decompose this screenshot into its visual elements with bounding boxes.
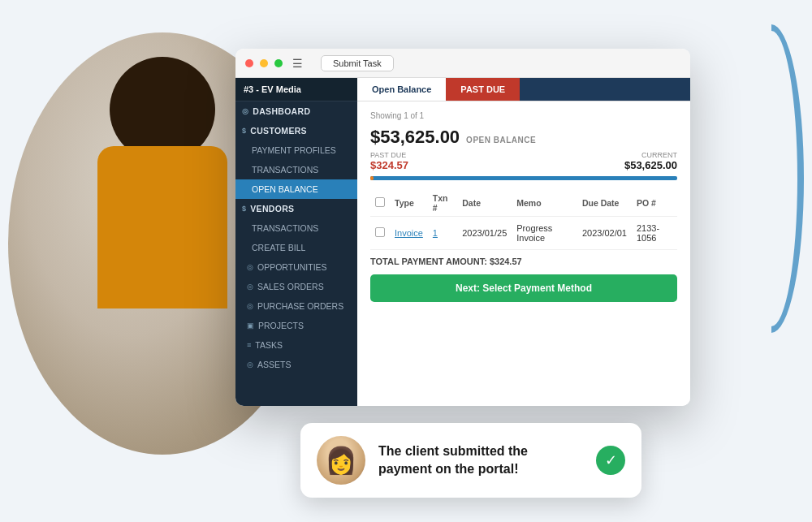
header-checkbox[interactable] <box>375 197 385 207</box>
open-balance-amount: $53,625.00 <box>370 127 460 148</box>
tab-past-due[interactable]: PAST DUE <box>446 78 520 101</box>
sidebar-item-create-bill[interactable]: CREATE BILL <box>235 238 357 257</box>
title-bar: ☰ Submit Task <box>235 49 690 78</box>
vendors-icon: $ <box>242 205 246 213</box>
row-checkbox-cell <box>370 217 390 250</box>
app-body: #3 - EV Media ◎ DASHBOARD $ CUSTOMERS PA… <box>235 78 690 406</box>
progress-bar-track <box>370 176 677 180</box>
current-amount: $53,625.00 <box>624 159 677 171</box>
open-balance-label: OPEN BALANCE <box>466 136 536 145</box>
current-block: CURRENT $53,625.00 <box>624 151 677 171</box>
success-check-icon: ✓ <box>596 446 625 475</box>
invoice-type-link[interactable]: Invoice <box>390 217 428 250</box>
balance-section: $53,625.00 OPEN BALANCE PAST DUE $324.57… <box>370 127 677 180</box>
table-header-memo: Memo <box>512 190 577 217</box>
invoice-due-date: 2023/02/01 <box>577 217 632 250</box>
past-due-label: PAST DUE <box>370 151 408 159</box>
sidebar-item-assets[interactable]: ◎ ASSETS <box>235 355 357 374</box>
invoice-memo: Progress Invoice <box>512 217 577 250</box>
past-due-block: PAST DUE $324.57 <box>370 151 408 171</box>
tab-open-balance[interactable]: Open Balance <box>357 78 446 101</box>
customers-icon: $ <box>242 127 246 135</box>
content-area: Showing 1 of 1 $53,625.00 OPEN BALANCE P… <box>357 101 690 406</box>
table-header-type: Type <box>390 190 428 217</box>
projects-icon: ▣ <box>247 321 254 330</box>
row-checkbox[interactable] <box>375 227 385 237</box>
sidebar-item-payment-profiles[interactable]: PAYMENT PROFILES <box>235 140 357 160</box>
table-header-date: Date <box>457 190 512 217</box>
sidebar-item-vendors[interactable]: $ VENDORS <box>235 199 357 218</box>
notification-text: The client submitted the payment on the … <box>378 442 583 479</box>
past-due-amount: $324.57 <box>370 159 408 171</box>
sidebar-item-transactions[interactable]: TRANSACTIONS <box>235 160 357 179</box>
total-amount: $324.57 <box>490 257 522 266</box>
sidebar-item-dashboard[interactable]: ◎ DASHBOARD <box>235 101 357 121</box>
table-row: Invoice 1 2023/01/25 Progress Invoice 20… <box>370 217 677 250</box>
sidebar-item-projects[interactable]: ▣ PROJECTS <box>235 316 357 335</box>
close-traffic-light[interactable] <box>245 59 253 67</box>
invoice-table: Type Txn # Date Memo Due Date PO # <box>370 190 677 250</box>
showing-label: Showing 1 of 1 <box>370 111 677 120</box>
notification-card: 👩 The client submitted the payment on th… <box>300 423 641 498</box>
opportunities-icon: ◎ <box>247 263 253 271</box>
table-header-due-date: Due Date <box>577 190 632 217</box>
decorative-arc <box>739 24 804 333</box>
select-payment-method-button[interactable]: Next: Select Payment Method <box>370 274 677 302</box>
table-header-po: PO # <box>632 190 677 217</box>
submit-task-button[interactable]: Submit Task <box>321 55 394 71</box>
client-avatar: 👩 <box>317 436 365 485</box>
sidebar-item-vendor-transactions[interactable]: TRANSACTIONS <box>235 218 357 238</box>
sidebar-item-purchase-orders[interactable]: ◎ PURCHASE ORDERS <box>235 296 357 316</box>
txn-number-link[interactable]: 1 <box>428 217 457 250</box>
sales-orders-icon: ◎ <box>247 283 253 291</box>
sidebar-item-tasks[interactable]: ≡ TASKS <box>235 335 357 355</box>
sidebar: #3 - EV Media ◎ DASHBOARD $ CUSTOMERS PA… <box>235 78 357 406</box>
current-label: CURRENT <box>624 151 677 159</box>
balance-row: PAST DUE $324.57 CURRENT $53,625.00 <box>370 151 677 171</box>
invoice-po: 2133-1056 <box>632 217 677 250</box>
dashboard-icon: ◎ <box>242 107 248 115</box>
tasks-icon: ≡ <box>247 341 251 349</box>
table-header-txn: Txn # <box>428 190 457 217</box>
total-row: TOTAL PAYMENT AMOUNT: $324.57 <box>370 250 677 271</box>
expand-traffic-light[interactable] <box>274 59 283 67</box>
sidebar-item-customers[interactable]: $ CUSTOMERS <box>235 121 357 140</box>
sidebar-item-sales-orders[interactable]: ◎ SALES ORDERS <box>235 277 357 296</box>
app-window: ☰ Submit Task #3 - EV Media ◎ DASHBOARD … <box>235 49 690 406</box>
tab-bar: Open Balance PAST DUE <box>357 78 690 101</box>
total-label: TOTAL PAYMENT AMOUNT: <box>370 257 487 266</box>
purchase-orders-icon: ◎ <box>247 302 253 310</box>
hamburger-icon[interactable]: ☰ <box>292 57 303 70</box>
table-header-checkbox <box>370 190 390 217</box>
progress-bar-fill <box>370 176 374 180</box>
main-content: Open Balance PAST DUE Showing 1 of 1 $53… <box>357 78 690 406</box>
sidebar-header: #3 - EV Media <box>235 78 357 101</box>
assets-icon: ◎ <box>247 360 253 369</box>
sidebar-item-opportunities[interactable]: ◎ OPPORTUNITIES <box>235 257 357 277</box>
minimize-traffic-light[interactable] <box>260 59 268 67</box>
invoice-date: 2023/01/25 <box>457 217 512 250</box>
sidebar-item-open-balance[interactable]: OPEN BALANCE <box>235 179 357 199</box>
